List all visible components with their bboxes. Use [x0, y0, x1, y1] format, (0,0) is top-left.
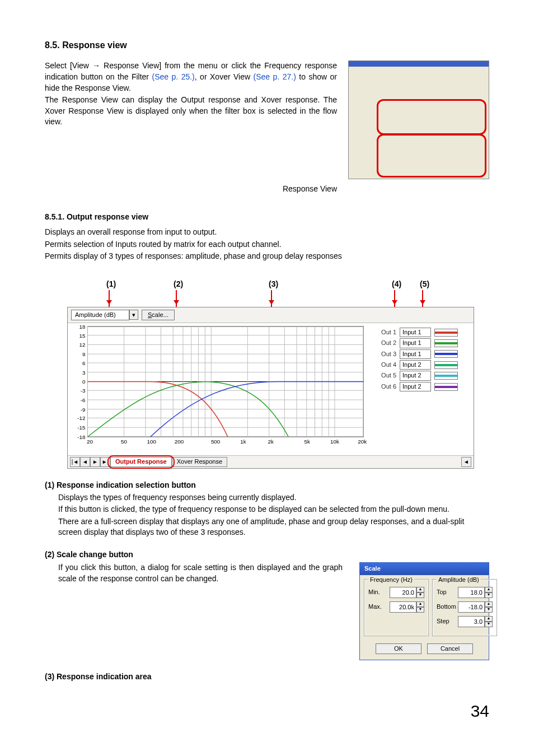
item2-title: (2) Scale change button [45, 549, 489, 561]
callout-3: (3) [269, 279, 392, 290]
svg-text:20k: 20k [358, 438, 367, 445]
legend-input-select[interactable]: Input 1 [400, 349, 431, 359]
item1-p3: There are a full-screen display that dis… [58, 516, 489, 538]
svg-text:-12: -12 [77, 415, 85, 421]
svg-text:50: 50 [121, 438, 127, 445]
svg-text:0: 0 [82, 379, 86, 385]
svg-text:20: 20 [87, 438, 93, 445]
legend-row: Out 2Input 1 [376, 338, 471, 348]
callout-1: (1) [106, 279, 174, 290]
ok-button[interactable]: OK [376, 643, 421, 654]
tab-xover-response[interactable]: Xover Response [172, 457, 227, 467]
svg-text:2k: 2k [268, 438, 273, 445]
svg-text:-18: -18 [77, 434, 86, 440]
amp-group-label: Amplitude (dB) [437, 576, 481, 584]
sub1-p2: Permits selection of Inputs routed by ma… [45, 239, 489, 250]
tab-output-response[interactable]: Output Response [110, 457, 172, 467]
legend-swatch [434, 339, 458, 347]
svg-text:200: 200 [175, 438, 184, 445]
svg-text:-15: -15 [77, 424, 86, 431]
svg-text:9: 9 [82, 351, 86, 357]
svg-text:15: 15 [79, 333, 86, 339]
svg-text:100: 100 [147, 438, 157, 445]
callout-4: (4) [392, 279, 420, 290]
legend-row: Out 1Input 1 [376, 328, 471, 337]
svg-text:-9: -9 [81, 407, 86, 413]
svg-text:18: 18 [79, 324, 86, 330]
legend-input-select[interactable]: Input 2 [400, 371, 431, 380]
svg-text:12: 12 [79, 342, 86, 348]
legend-input-select[interactable]: Input 2 [400, 382, 431, 391]
scroll-left-icon[interactable]: ◄ [461, 457, 471, 467]
intro-para-2: The Response View can display the Output… [45, 95, 337, 128]
sub1-p1: Displays an overall response from input … [45, 227, 489, 238]
response-panel: Amplitude (dB) ▾ Scale... [67, 307, 474, 469]
legend-input-select[interactable]: Input 1 [400, 338, 431, 348]
legend-input-select[interactable]: Input 2 [400, 360, 431, 370]
svg-text:10k: 10k [330, 438, 339, 445]
freq-max-spinner[interactable]: ▲▼ [390, 601, 424, 613]
item1-title: (1) Response indication selection button [45, 480, 489, 491]
svg-text:6: 6 [82, 360, 86, 366]
nav-next-button[interactable]: ► [90, 457, 100, 467]
amp-top-spinner[interactable]: ▲▼ [458, 587, 493, 598]
annotated-figure: (1) (2) (3) (4) (5) Amplitude (dB) ▾ Sca… [45, 279, 489, 469]
intro-para-1: Select [View → Response View] from the m… [45, 60, 337, 94]
subsection-title: 8.5.1. Output response view [45, 212, 489, 223]
legend: Out 1Input 1Out 2Input 1Out 3Input 1Out … [374, 323, 474, 455]
nav-first-button[interactable]: |◄ [70, 457, 80, 467]
link-p27[interactable]: (See p. 27.) [254, 72, 296, 81]
item1-p1: Displays the types of frequency response… [58, 492, 489, 503]
legend-row: Out 3Input 1 [376, 349, 471, 359]
legend-swatch [434, 329, 458, 337]
svg-text:1k: 1k [240, 438, 246, 445]
response-type-dropdown[interactable]: Amplitude (dB) ▾ [71, 310, 138, 320]
dialog-title: Scale [360, 563, 489, 575]
freq-min-spinner[interactable]: ▲▼ [390, 587, 424, 598]
response-chart: 1815129630-3-6-9-12-15-18 20501002005001… [68, 323, 374, 455]
freq-group-label: Frequency (Hz) [368, 576, 414, 584]
svg-text:-3: -3 [81, 388, 86, 394]
link-p25[interactable]: (See p. 25.) [152, 72, 194, 81]
legend-swatch [434, 350, 458, 358]
amp-step-spinner[interactable]: ▲▼ [458, 616, 493, 627]
svg-text:500: 500 [211, 438, 221, 445]
thumb-caption: Response View [45, 184, 337, 195]
legend-input-select[interactable]: Input 1 [400, 328, 431, 337]
scale-dialog: Scale Frequency (Hz) Min. ▲▼ Max. ▲▼ Amp… [359, 562, 489, 660]
callout-5: (5) [420, 279, 429, 290]
legend-swatch [434, 372, 458, 380]
legend-row: Out 4Input 2 [376, 360, 471, 370]
item2-p1: If you click this button, a dialog for s… [58, 562, 343, 584]
svg-text:5k: 5k [305, 438, 310, 445]
scale-button[interactable]: Scale... [142, 310, 175, 320]
page-number: 34 [45, 699, 489, 723]
amp-bottom-spinner[interactable]: ▲▼ [458, 601, 493, 613]
chevron-down-icon: ▾ [129, 310, 138, 320]
svg-text:-6: -6 [81, 397, 86, 403]
callout-2: (2) [174, 279, 269, 290]
nav-prev-button[interactable]: ◄ [80, 457, 90, 467]
section-title: 8.5. Response view [45, 39, 489, 52]
svg-text:3: 3 [82, 370, 86, 376]
item1-p2: If this button is clicked, the type of f… [58, 504, 489, 515]
legend-swatch [434, 361, 458, 369]
item3-title: (3) Response indication area [45, 671, 489, 683]
sub1-p3: Permits display of 3 types of responses:… [45, 251, 489, 262]
cancel-button[interactable]: Cancel [427, 643, 473, 654]
legend-row: Out 6Input 2 [376, 382, 471, 391]
legend-swatch [434, 383, 458, 391]
app-screenshot-thumb [348, 60, 489, 179]
legend-row: Out 5Input 2 [376, 371, 471, 380]
